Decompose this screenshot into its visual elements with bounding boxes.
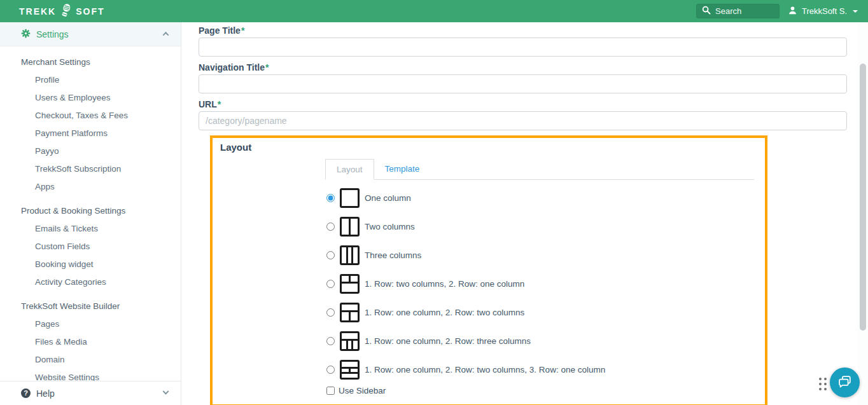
widget-drag-handle-icon[interactable]: [819, 378, 827, 390]
field-label: URL*: [199, 99, 847, 109]
page-form: Page Title* Navigation Title* URL* Layou…: [182, 22, 868, 405]
sidebar-item[interactable]: Files & Media: [0, 333, 181, 350]
top-bar: TREKK SOFT TrekkSoft S.: [0, 0, 868, 22]
layout-radio[interactable]: [326, 223, 335, 231]
sidebar-item-settings[interactable]: Settings: [0, 22, 181, 46]
layout-option[interactable]: 1. Row: one column, 2. Row: two columns: [326, 298, 757, 327]
text-input[interactable]: [199, 38, 847, 57]
user-name: TrekkSoft S.: [802, 6, 847, 16]
chat-button[interactable]: [830, 367, 860, 397]
layout-option-list: One column Two columns Three columns 1. …: [326, 184, 757, 384]
row-two-cols-row-one-col-icon: [340, 274, 360, 294]
layout-option[interactable]: 1. Row: one column, 2. Row: two columns,…: [326, 355, 757, 384]
form-field: Navigation Title*: [199, 62, 847, 93]
form-field: Page Title*: [199, 25, 847, 57]
layout-option[interactable]: Two columns: [326, 212, 757, 241]
search-icon: [702, 6, 711, 17]
sidebar-group-label[interactable]: TrekkSoft Website Builder: [0, 298, 181, 315]
sidebar-item[interactable]: Pages: [0, 315, 181, 333]
settings-label: Settings: [36, 29, 69, 39]
sidebar-groups: Merchant Settings Profile Users & Employ…: [0, 53, 181, 386]
sidebar-item-help[interactable]: ? Help: [0, 381, 181, 405]
row-one-col-row-two-cols-row-one-col-icon: [340, 360, 360, 380]
use-sidebar-label: Use Sidebar: [339, 386, 386, 395]
sidebar-item[interactable]: Custom Fields: [0, 237, 181, 255]
main-content: Page Title* Navigation Title* URL* Layou…: [182, 22, 868, 405]
layout-radio[interactable]: [326, 308, 335, 317]
layout-radio[interactable]: [326, 337, 335, 345]
layout-tabs: Layout Template: [325, 159, 754, 180]
scrollbar-thumb[interactable]: [860, 64, 866, 331]
user-menu[interactable]: TrekkSoft S.: [788, 0, 858, 22]
one-column-icon: [340, 188, 360, 208]
text-input[interactable]: [199, 74, 847, 93]
sidebar-item[interactable]: Activity Categories: [0, 273, 181, 291]
layout-radio[interactable]: [326, 366, 335, 374]
sidebar-item[interactable]: Users & Employees: [0, 88, 181, 106]
required-mark: *: [265, 62, 269, 72]
global-search-box[interactable]: [696, 4, 780, 18]
logo-text-left: TREKK: [19, 6, 56, 17]
row-one-col-row-three-cols-icon: [340, 331, 360, 351]
text-input[interactable]: [199, 111, 847, 130]
field-label: Navigation Title*: [199, 62, 847, 72]
two-columns-icon: [340, 217, 360, 237]
chevron-up-icon: [163, 32, 169, 38]
sidebar-item[interactable]: Emails & Tickets: [0, 219, 181, 237]
vertical-scrollbar[interactable]: [858, 22, 868, 405]
gear-icon: [21, 29, 31, 40]
app-window: TREKK SOFT TrekkSoft S.: [0, 0, 868, 405]
help-label: Help: [36, 388, 55, 399]
caret-down-icon: [853, 10, 858, 13]
layout-option[interactable]: 1. Row: one column, 2. Row: three column…: [326, 327, 757, 355]
layout-radio[interactable]: [326, 280, 335, 288]
sidebar-group-label[interactable]: Product & Booking Settings: [0, 202, 181, 219]
layout-section-highlight: Layout Layout Template One column Two co…: [210, 135, 767, 405]
sidebar-group: TrekkSoft Website Builder Pages Files & …: [0, 298, 181, 386]
sidebar-group: Merchant Settings Profile Users & Employ…: [0, 53, 181, 195]
field-label: Page Title*: [199, 25, 847, 36]
layout-option[interactable]: Three columns: [326, 241, 757, 270]
sidebar-item[interactable]: TrekkSoft Subscription: [0, 160, 181, 177]
sidebar-item[interactable]: Profile: [0, 71, 181, 88]
sidebar-item[interactable]: Domain: [0, 350, 181, 368]
footprint-icon: [60, 3, 71, 20]
tab-template[interactable]: Template: [374, 159, 431, 179]
user-icon: [788, 6, 797, 17]
layout-radio[interactable]: [326, 194, 335, 202]
search-input[interactable]: [715, 6, 774, 16]
sidebar: Settings Merchant Settings Profile Users…: [0, 22, 181, 405]
form-field: URL*: [199, 99, 847, 130]
use-sidebar-option[interactable]: Use Sidebar: [326, 386, 757, 395]
use-sidebar-checkbox[interactable]: [326, 387, 335, 395]
row-one-col-row-two-cols-icon: [340, 303, 360, 322]
chevron-down-icon: [163, 388, 169, 395]
sidebar-item[interactable]: Apps: [0, 177, 181, 195]
layout-section-title: Layout: [220, 142, 757, 153]
layout-radio[interactable]: [326, 251, 335, 259]
sidebar-item[interactable]: Payyo: [0, 142, 181, 160]
layout-option[interactable]: One column: [326, 184, 757, 212]
sidebar-group: Product & Booking Settings Emails & Tick…: [0, 202, 181, 291]
logo-text-right: SOFT: [76, 6, 104, 17]
tab-layout[interactable]: Layout: [325, 159, 374, 180]
required-mark: *: [241, 25, 244, 36]
sidebar-item[interactable]: Booking widget: [0, 255, 181, 273]
sidebar-group-label[interactable]: Merchant Settings: [0, 53, 181, 71]
chat-bubbles-icon: [836, 373, 853, 392]
sidebar-item[interactable]: Checkout, Taxes & Fees: [0, 106, 181, 124]
sidebar-item[interactable]: Payment Platforms: [0, 124, 181, 142]
trekksoft-logo[interactable]: TREKK SOFT: [19, 3, 105, 20]
required-mark: *: [218, 99, 221, 109]
form-fields: Page Title* Navigation Title* URL*: [199, 25, 847, 130]
three-columns-icon: [340, 245, 360, 265]
layout-option[interactable]: 1. Row: two columns, 2. Row: one column: [326, 270, 757, 298]
help-icon: ?: [21, 388, 31, 398]
